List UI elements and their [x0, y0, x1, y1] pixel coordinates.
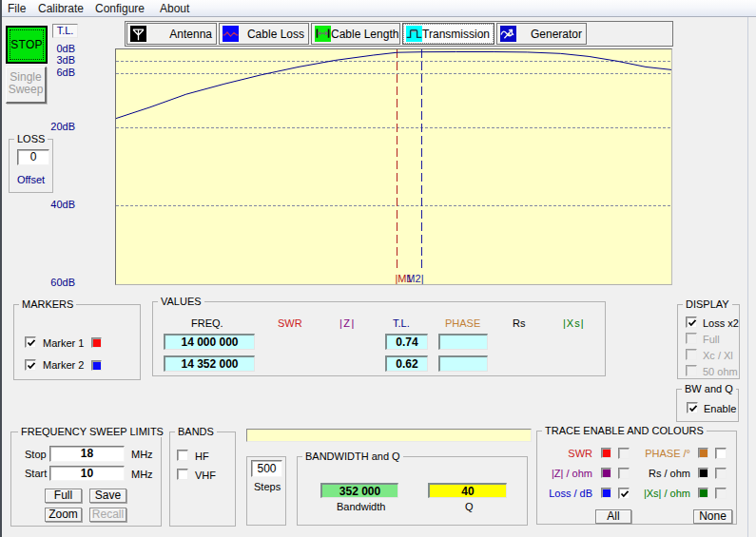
- sweep-group: FREQUENCY SWEEP LIMITS Stop 18 MHz Start…: [10, 432, 162, 527]
- tab-cable-length-label: Cable Length: [331, 28, 399, 41]
- db-axis-label: 20dB: [46, 122, 75, 132]
- trace-swr-label: SWR: [537, 448, 592, 459]
- tab-generator[interactable]: Generator: [496, 23, 587, 45]
- markers-group: MARKERS Marker 1 Marker 2: [13, 304, 141, 380]
- values-header-z: |Z|: [339, 317, 356, 329]
- stop-button[interactable]: STOP: [6, 26, 48, 64]
- trace-phase-swatch[interactable]: [698, 448, 708, 458]
- display-xcxl-label: Xc / Xl: [703, 350, 733, 361]
- tab-cable-length[interactable]: Cable Length: [311, 23, 400, 45]
- window-right-edge: [747, 17, 748, 537]
- bandwidth-value: 352 000: [320, 483, 398, 498]
- menu-configure[interactable]: Configure: [95, 2, 145, 15]
- bandwidth-label: Bandwidth: [337, 501, 385, 512]
- message-strip: [246, 429, 532, 442]
- bands-hf-checkbox[interactable]: [177, 450, 188, 461]
- checkmark-icon: [688, 403, 699, 414]
- tab-generator-label: Generator: [531, 28, 583, 41]
- single-sweep-button[interactable]: Single Sweep: [6, 67, 47, 104]
- sweep-full-button[interactable]: Full: [45, 489, 82, 503]
- menu-about[interactable]: About: [160, 2, 189, 15]
- trace-rs-checkbox[interactable]: [715, 468, 727, 479]
- window-left-edge: [0, 0, 2, 537]
- trace-all-button[interactable]: All: [595, 509, 631, 524]
- marker1-label: Marker 1: [43, 337, 84, 349]
- trace-name-box: T.L.: [52, 24, 78, 38]
- sweep-group-title: FREQUENCY SWEEP LIMITS: [18, 427, 166, 437]
- display-lossx2-checkbox[interactable]: [686, 316, 697, 328]
- bwq-enable-checkbox[interactable]: [687, 402, 698, 413]
- db-axis-label: 3dB: [46, 55, 75, 66]
- trace-rs-swatch[interactable]: [698, 468, 708, 478]
- trace-none-button[interactable]: None: [693, 509, 732, 524]
- marker1-checkbox[interactable]: [25, 336, 36, 348]
- bwq-group-title: BW and Q: [682, 384, 736, 394]
- checkmark-icon: [619, 489, 630, 500]
- trace-group: TRACE ENABLE AND COLOURS SWR |Z| / ohm L…: [536, 431, 737, 525]
- tab-antenna-label: Antenna: [169, 28, 213, 41]
- loss-curve: [116, 52, 671, 119]
- transmission-icon: [406, 26, 422, 42]
- single-sweep-line2: Sweep: [7, 84, 45, 96]
- trace-phase-checkbox[interactable]: [715, 448, 727, 459]
- bwq-group: BW and Q Enable: [676, 389, 739, 422]
- sweep-save-button[interactable]: Save: [89, 489, 126, 503]
- tab-cable-loss[interactable]: Cable Loss: [219, 23, 309, 45]
- antenna-icon: [130, 26, 146, 42]
- marker2-color-swatch[interactable]: [91, 360, 102, 371]
- trace-group-title: TRACE ENABLE AND COLOURS: [542, 426, 707, 436]
- trace-loss-label: Loss / dB: [537, 488, 592, 499]
- display-full-label: Full: [703, 334, 720, 345]
- checkmark-icon: [687, 317, 698, 329]
- steps-group: 500 Steps: [246, 456, 286, 526]
- trace-xs-checkbox[interactable]: [715, 488, 727, 499]
- loss-group: LOSS 0 Offset: [9, 139, 53, 193]
- trace-z-label: |Z| / ohm: [537, 468, 592, 479]
- sweep-zoom-button[interactable]: Zoom: [45, 508, 82, 522]
- sweep-stop-input[interactable]: 18: [49, 446, 125, 462]
- menu-file[interactable]: File: [8, 2, 26, 15]
- tab-cable-loss-label: Cable Loss: [247, 28, 305, 41]
- values-header-rs: Rs: [513, 317, 525, 329]
- bands-group-title: BANDS: [175, 427, 217, 437]
- bands-vhf-label: VHF: [195, 470, 216, 481]
- checkmark-icon: [26, 337, 37, 349]
- trace-z-checkbox[interactable]: [618, 468, 630, 479]
- sweep-start-input[interactable]: 10: [49, 466, 125, 481]
- values-group: VALUES FREQ. SWR |Z| T.L. PHASE Rs |Xs| …: [152, 301, 606, 376]
- db-axis-label: 0dB: [46, 44, 75, 54]
- freq-value-m1: 14 000 000: [164, 334, 255, 350]
- trace-swr-checkbox[interactable]: [618, 448, 630, 459]
- display-50ohm-label: 50 ohm: [703, 366, 738, 377]
- trace-loss-checkbox[interactable]: [618, 488, 630, 499]
- marker2-checkbox[interactable]: [25, 359, 36, 371]
- trace-rs-label: Rs / ohm: [635, 468, 690, 479]
- tab-transmission[interactable]: Transmission: [402, 23, 494, 45]
- plot-area[interactable]: |M1M2|: [115, 48, 672, 285]
- sweep-recall-button[interactable]: Recall: [89, 508, 126, 522]
- trace-z-swatch[interactable]: [601, 468, 611, 478]
- markers-group-title: MARKERS: [19, 299, 76, 310]
- bands-vhf-checkbox[interactable]: [177, 469, 188, 480]
- phase-value-m1: [438, 334, 488, 350]
- trace-swr-swatch[interactable]: [601, 448, 611, 458]
- cable-loss-icon: [223, 26, 239, 42]
- q-label: Q: [465, 501, 474, 512]
- trace-loss-swatch[interactable]: [601, 488, 611, 498]
- loss-group-title: LOSS: [14, 134, 48, 144]
- marker1-color-swatch[interactable]: [91, 337, 102, 348]
- tab-antenna[interactable]: Antenna: [126, 23, 217, 45]
- marker2-label: Marker 2: [43, 359, 84, 371]
- loss-offset-input[interactable]: 0: [17, 149, 49, 165]
- values-header-freq: FREQ.: [191, 317, 223, 329]
- steps-input[interactable]: 500: [251, 460, 282, 477]
- sweep-start-unit: MHz: [131, 469, 153, 480]
- values-header-phase: PHASE: [445, 317, 480, 329]
- trace-xs-swatch[interactable]: [698, 488, 708, 498]
- display-group-title: DISPLAY: [683, 299, 732, 310]
- phase-value-m2: [438, 355, 488, 372]
- tl-value-m1: 0.74: [385, 334, 428, 350]
- menu-calibrate[interactable]: Calibrate: [38, 2, 84, 15]
- trace-phase-label: PHASE /°: [635, 448, 690, 459]
- checkmark-icon: [26, 360, 37, 372]
